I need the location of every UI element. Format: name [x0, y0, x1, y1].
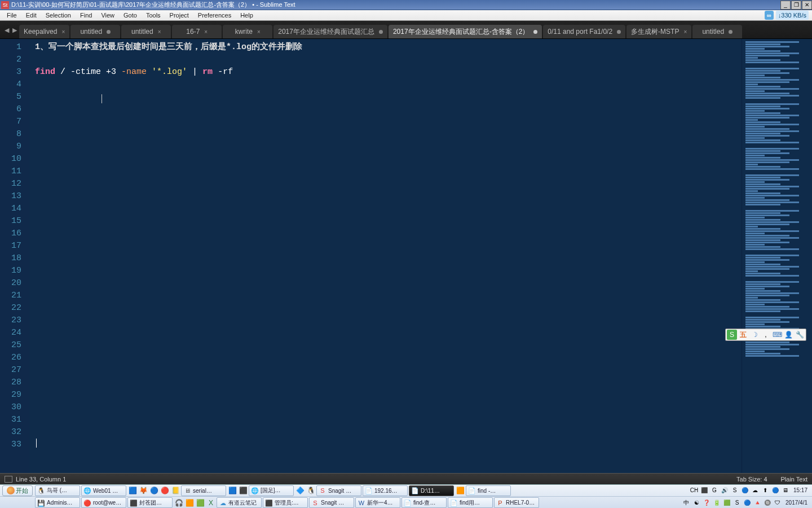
ime-logo-icon[interactable]: S	[727, 330, 737, 340]
taskbar-button[interactable]: 🖥serial…	[181, 485, 226, 496]
ime-comma-icon[interactable]: ,	[761, 330, 771, 340]
taskbar-button[interactable]: 📄D:\11…	[409, 485, 454, 496]
tab-close-icon[interactable]: ×	[683, 29, 687, 35]
tab-close-icon[interactable]: ×	[158, 29, 161, 35]
taskbar-button[interactable]: ☁有道云笔记	[217, 497, 262, 508]
quicklaunch-icon[interactable]: 🎧	[174, 497, 184, 508]
quicklaunch-icon[interactable]: 🟦	[227, 485, 237, 496]
tab-0/11 and port Fa1/0/2[interactable]: 0/11 and port Fa1/0/2	[543, 25, 625, 38]
tray-icon[interactable]: ⬛	[700, 486, 709, 495]
tab-2017年企业运维经典面试题汇总[interactable]: 2017年企业运维经典面试题汇总	[273, 25, 387, 38]
menu-tools[interactable]: Tools	[142, 11, 165, 20]
tray-icon[interactable]: ⬆	[761, 486, 770, 495]
tray-icon[interactable]: CH	[690, 486, 699, 495]
menu-view[interactable]: View	[96, 11, 119, 20]
maximize-button[interactable]: ❐	[791, 1, 801, 10]
status-tabsize[interactable]: Tab Size: 4	[736, 476, 767, 483]
tray-icon[interactable]: S	[730, 486, 739, 495]
quicklaunch-icon[interactable]: 🔷	[295, 485, 305, 496]
taskbar-button[interactable]: 🌐[国足]…	[249, 485, 294, 496]
tray-icon[interactable]: 🔺	[753, 498, 762, 507]
quicklaunch-icon[interactable]: 🟩	[195, 497, 205, 508]
tab-label: untitled	[80, 28, 102, 36]
quicklaunch-icon[interactable]: 🦊	[138, 485, 148, 496]
quicklaunch-icon[interactable]: 📒	[170, 485, 180, 496]
taskbar-button[interactable]: 📄192.16…	[363, 485, 408, 496]
tab-kwrite[interactable]: kwrite×	[223, 25, 272, 38]
quicklaunch-icon[interactable]: X	[206, 497, 216, 508]
close-button[interactable]: ✕	[802, 1, 812, 10]
tray-icon[interactable]: 🟩	[722, 498, 731, 507]
ime-moon-icon[interactable]: ☽	[749, 330, 760, 340]
tray-icon[interactable]: G	[710, 486, 719, 495]
tray-icon[interactable]: 🖥	[781, 486, 790, 495]
tab-untitled[interactable]: untitled×	[121, 25, 171, 38]
minimize-button[interactable]: _	[780, 1, 791, 10]
tray-icon[interactable]: ❓	[702, 498, 711, 507]
tab-close-icon[interactable]: ×	[61, 29, 65, 35]
taskbar-button[interactable]: 📄find用…	[448, 497, 493, 508]
menu-help[interactable]: Help	[236, 11, 258, 20]
menu-selection[interactable]: Selection	[41, 11, 76, 20]
taskbar-button[interactable]: 💾Adminis…	[35, 497, 80, 508]
quicklaunch-icon[interactable]: ⬛	[238, 485, 248, 496]
status-panel-icon[interactable]	[5, 476, 12, 483]
taskbar-button[interactable]: 📄find-查…	[401, 497, 447, 508]
code-editor[interactable]: 1、写一个脚本查找最后创建时间是三天前，后缀是*.log的文件并删除 find …	[29, 39, 742, 473]
taskbar-button[interactable]: ⬛封苍团…	[127, 497, 173, 508]
taskbar-button[interactable]: 🔴root@we…	[81, 497, 126, 508]
tray-icon[interactable]: 🔋	[712, 498, 721, 507]
quicklaunch-icon[interactable]: 🐧	[306, 485, 316, 496]
menu-edit[interactable]: Edit	[21, 11, 41, 20]
tray-icon[interactable]: 中	[682, 498, 691, 507]
nav-forward-icon[interactable]: ▶	[11, 25, 18, 35]
taskbar-button[interactable]: PRHEL7-0…	[494, 497, 539, 508]
tray-clock-date[interactable]: 2017/4/1	[783, 500, 810, 506]
tab-close-icon[interactable]: ×	[204, 29, 208, 35]
taskbar-button[interactable]: SSnagit …	[309, 497, 354, 508]
nav-back-icon[interactable]: ◀	[3, 25, 10, 35]
tray-icon[interactable]: 🛡	[773, 498, 782, 507]
taskbar-button[interactable]: ⬛管理员:…	[263, 497, 308, 508]
tray-icon[interactable]: ☯	[692, 498, 701, 507]
ime-toolbar[interactable]: S 五 ☽ , ⌨ 👤 🔧	[725, 329, 806, 341]
ime-mode-label[interactable]: 五	[738, 330, 748, 340]
taskbar-button[interactable]: 📄find -…	[466, 485, 511, 496]
taskbar-button[interactable]: SSnagit …	[316, 485, 361, 496]
tab-untitled[interactable]: untitled	[692, 25, 742, 38]
tray-icon[interactable]: 🔵	[740, 486, 749, 495]
taskbar-button-label: 封苍团…	[139, 499, 162, 507]
menu-preferences[interactable]: Preferences	[193, 11, 236, 20]
ime-user-icon[interactable]: 👤	[783, 330, 793, 340]
tab-untitled[interactable]: untitled	[70, 25, 120, 38]
taskbar-button[interactable]: 🐧鸟哥 (…	[35, 485, 80, 496]
ime-keyboard-icon[interactable]: ⌨	[772, 330, 782, 340]
taskbar-button[interactable]: 🌐Web01 …	[81, 485, 126, 496]
start-button[interactable]: 开始	[2, 485, 33, 496]
menu-project[interactable]: Project	[165, 11, 193, 20]
status-syntax[interactable]: Plain Text	[781, 476, 808, 483]
tray-icon[interactable]: 🔊	[720, 486, 729, 495]
ime-wrench-icon[interactable]: 🔧	[795, 330, 805, 340]
tab-2017年企业运维经典面试题汇总-含答案（2）[interactable]: 2017年企业运维经典面试题汇总-含答案（2）	[389, 25, 542, 38]
menu-goto[interactable]: Goto	[119, 11, 142, 20]
quicklaunch-icon[interactable]: 🟧	[455, 485, 465, 496]
tray-icon[interactable]: 🔵	[743, 498, 752, 507]
quicklaunch-icon[interactable]: 🔴	[160, 485, 170, 496]
tab-16-7[interactable]: 16-7×	[172, 25, 222, 38]
tray-clock-time[interactable]: 15:17	[791, 488, 810, 493]
quicklaunch-icon[interactable]: 🔵	[149, 485, 159, 496]
menu-find[interactable]: Find	[76, 11, 96, 20]
tray-icon[interactable]: 🔵	[771, 486, 780, 495]
tab-Keepalived[interactable]: Keepalived×	[19, 25, 69, 38]
taskbar-button[interactable]: W新华一4…	[355, 497, 400, 508]
quicklaunch-icon[interactable]: 🟦	[127, 485, 138, 496]
tray-icon[interactable]: S	[732, 498, 742, 507]
tab-close-icon[interactable]: ×	[257, 29, 261, 35]
tray-icon[interactable]: 🔘	[763, 498, 772, 507]
minimap[interactable]	[742, 39, 812, 473]
menu-file[interactable]: File	[2, 11, 21, 20]
tray-icon[interactable]: ☁	[751, 486, 760, 495]
quicklaunch-icon[interactable]: 🟧	[184, 497, 195, 508]
tab-多生成树-MSTP[interactable]: 多生成树-MSTP×	[626, 25, 691, 38]
